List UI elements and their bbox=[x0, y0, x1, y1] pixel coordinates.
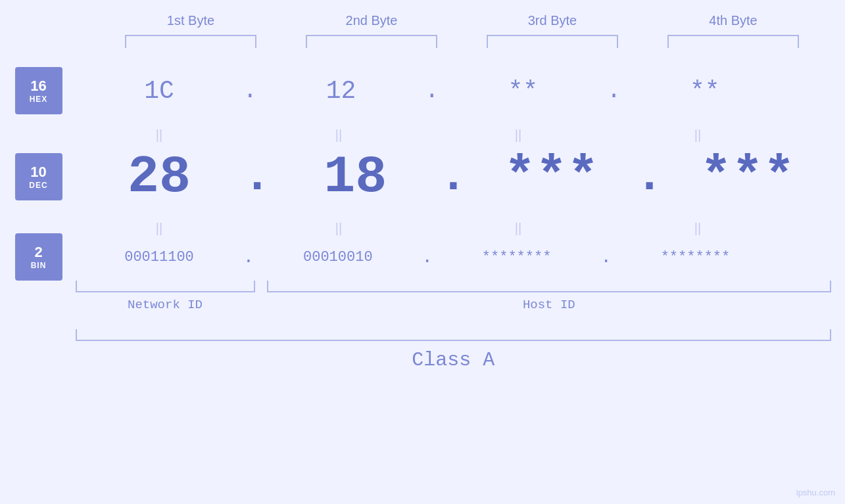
dec-cell-2: 18 bbox=[272, 147, 439, 207]
bin-dot-1: . bbox=[243, 247, 254, 267]
hex-val-2: 12 bbox=[326, 77, 356, 105]
dec-badge-label: DEC bbox=[29, 181, 47, 190]
dec-cell-4: *** bbox=[664, 147, 831, 207]
host-bracket bbox=[267, 281, 832, 292]
bin-val-3: ******** bbox=[482, 249, 552, 265]
bin-badge-wrapper: 2 BIN bbox=[15, 237, 62, 277]
byte-header-3: 3rd Byte bbox=[480, 13, 625, 28]
hex-badge-number: 16 bbox=[30, 78, 46, 95]
network-bracket bbox=[76, 281, 255, 292]
hex-cell-2: 12 bbox=[257, 77, 425, 105]
dec-cell-1: 28 bbox=[76, 147, 243, 207]
dec-dot-2: . bbox=[439, 150, 468, 204]
hex-badge-wrapper: 16 HEX bbox=[15, 68, 62, 114]
bin-cell-3: ******** bbox=[433, 249, 600, 265]
eq-2-4: || bbox=[614, 221, 782, 236]
main-container: 1st Byte 2nd Byte 3rd Byte 4th Byte 16 H… bbox=[0, 0, 845, 504]
byte-header-1: 1st Byte bbox=[118, 13, 263, 28]
byte-headers: 1st Byte 2nd Byte 3rd Byte 4th Byte bbox=[101, 13, 824, 28]
top-brackets bbox=[101, 35, 824, 48]
equals-row-1: || || || || bbox=[76, 126, 832, 144]
dec-badge-wrapper: 10 DEC bbox=[15, 144, 62, 210]
eq-2-2: || bbox=[255, 221, 423, 236]
hex-row: 1C . 12 . ** . ** bbox=[76, 68, 832, 114]
byte-header-2: 2nd Byte bbox=[299, 13, 444, 28]
hex-dot-2: . bbox=[425, 78, 439, 104]
hex-val-4: ** bbox=[690, 77, 720, 105]
dec-badge-number: 10 bbox=[30, 164, 46, 181]
eq-2-3: || bbox=[435, 221, 602, 236]
eq-1-1: || bbox=[76, 127, 243, 143]
eq-1-2: || bbox=[255, 127, 423, 143]
dec-dot-1: . bbox=[243, 150, 272, 204]
hex-badge-label: HEX bbox=[30, 95, 48, 104]
dec-badge: 10 DEC bbox=[15, 153, 62, 200]
overall-bracket bbox=[76, 329, 832, 341]
hex-badge: 16 HEX bbox=[15, 67, 62, 114]
bin-badge: 2 BIN bbox=[15, 233, 62, 281]
dec-cell-3: *** bbox=[468, 147, 635, 207]
bin-val-4: ******** bbox=[661, 249, 731, 265]
hex-dot-3: . bbox=[607, 78, 621, 104]
bracket-2 bbox=[306, 35, 437, 48]
badge-column: 16 HEX 10 DEC 2 BIN bbox=[15, 68, 76, 371]
bracket-4 bbox=[667, 35, 799, 48]
dec-row: 28 . 18 . *** . *** bbox=[76, 144, 832, 210]
class-label: Class A bbox=[76, 349, 832, 371]
hex-cell-1: 1C bbox=[76, 77, 243, 105]
network-id-label: Network ID bbox=[76, 298, 255, 312]
watermark: ipshu.com bbox=[796, 488, 835, 497]
dec-val-2: 18 bbox=[324, 147, 387, 207]
bin-val-2: 00010010 bbox=[303, 249, 373, 265]
bin-dot-2: . bbox=[422, 247, 433, 267]
bin-cell-2: 00010010 bbox=[254, 249, 422, 265]
eq-1-3: || bbox=[435, 127, 602, 143]
bin-row: 00011100 . 00010010 . ******** . *******… bbox=[76, 237, 832, 277]
bin-val-1: 00011100 bbox=[124, 249, 194, 265]
sub-bracket-row bbox=[76, 281, 832, 292]
equals-row-2: || || || || bbox=[76, 219, 832, 237]
host-id-label: Host ID bbox=[267, 298, 832, 312]
bin-badge-label: BIN bbox=[31, 261, 47, 270]
data-values: 1C . 12 . ** . ** || || bbox=[76, 68, 832, 371]
hex-val-3: ** bbox=[508, 77, 538, 105]
dec-val-3: *** bbox=[504, 147, 598, 207]
bin-dot-3: . bbox=[600, 247, 612, 267]
hex-dot-1: . bbox=[243, 78, 258, 104]
bin-cell-4: ******** bbox=[612, 249, 779, 265]
hex-cell-3: ** bbox=[439, 77, 607, 105]
bracket-3 bbox=[487, 35, 618, 48]
byte-header-4: 4th Byte bbox=[661, 13, 806, 28]
data-area: 16 HEX 10 DEC 2 BIN bbox=[15, 68, 831, 371]
bracket-1 bbox=[125, 35, 256, 48]
dec-val-4: *** bbox=[700, 147, 795, 207]
dec-val-1: 28 bbox=[128, 147, 191, 207]
eq-1-4: || bbox=[614, 127, 782, 143]
hex-val-1: 1C bbox=[144, 77, 174, 105]
eq-2-1: || bbox=[76, 221, 243, 236]
dec-dot-3: . bbox=[635, 150, 664, 204]
bin-cell-1: 00011100 bbox=[76, 249, 243, 265]
hex-cell-4: ** bbox=[621, 77, 788, 105]
bin-badge-number: 2 bbox=[34, 244, 42, 261]
id-labels-row: Network ID Host ID bbox=[76, 298, 832, 312]
